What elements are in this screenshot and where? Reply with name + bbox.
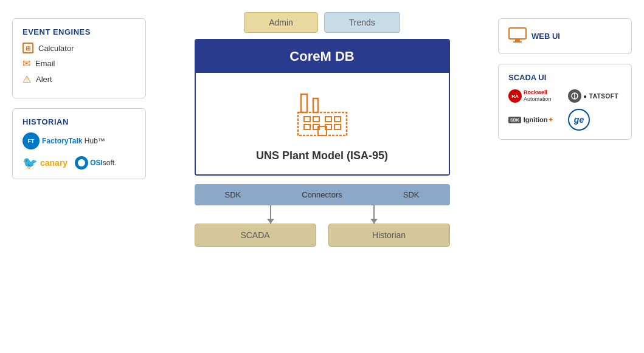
scada-logos-grid: RA Rockwell Automation ● TATSOFT	[508, 89, 621, 131]
web-ui-title: WEB UI	[508, 27, 621, 45]
monitor-icon	[508, 27, 527, 45]
rockwell-icon: RA	[508, 89, 522, 103]
canary-logo: 🐦 canary	[23, 156, 68, 170]
admin-tab[interactable]: Admin	[244, 12, 318, 33]
web-ui-box: WEB UI	[498, 18, 632, 54]
osisoft-text: OSIsoft.	[90, 159, 116, 167]
ignition-logo: SDK Ignition✦	[508, 116, 562, 124]
conn-sdk-left: SDK	[225, 190, 241, 199]
rockwell-logo: RA Rockwell Automation	[508, 89, 562, 103]
top-tabs: Admin Trends	[244, 12, 400, 33]
monitor-svg	[508, 27, 527, 43]
svg-rect-0	[301, 94, 307, 112]
alert-item: ⚠ Alert	[23, 74, 136, 85]
email-item: ✉ Email	[23, 58, 136, 69]
coremdb-header: CoreM DB	[196, 40, 449, 73]
calculator-item: ⊞ Calculator	[23, 43, 136, 53]
calculator-label: Calculator	[38, 44, 74, 53]
scada-ui-box: SCADA UI RA Rockwell Automation	[498, 64, 632, 140]
tatsoft-icon	[568, 89, 581, 103]
alert-icon: ⚠	[23, 74, 31, 85]
coremdb-body: UNS Plant Model (ISA-95)	[196, 73, 449, 174]
ignition-text: Ignition✦	[524, 116, 553, 124]
sdk-badge: SDK	[508, 117, 521, 123]
arrow-left-container	[270, 205, 271, 224]
alert-label: Alert	[36, 75, 52, 84]
factorytalk-logo: FT FactoryTalk Hub™	[23, 132, 105, 149]
right-panel: WEB UI SCADA UI RA Rockwell Automation	[498, 18, 632, 140]
tatsoft-text: ● TATSOFT	[583, 93, 618, 100]
conn-connectors: Connectors	[302, 190, 342, 199]
scada-box: SCADA	[195, 224, 316, 247]
svg-rect-13	[515, 39, 520, 41]
arrow-right-down	[373, 205, 375, 224]
tatsoft-logo: ● TATSOFT	[568, 89, 621, 103]
connectors-box: SDK Connectors SDK	[195, 184, 450, 205]
historian-title: HISTORIAN	[23, 117, 136, 126]
svg-rect-12	[509, 28, 526, 39]
ge-logo: ge	[568, 109, 590, 131]
arrow-right-container	[373, 205, 375, 224]
coremdb-box: CoreM DB	[195, 39, 450, 176]
rockwell-text: Rockwell Automation	[524, 89, 552, 103]
conn-sdk-right: SDK	[403, 190, 420, 199]
left-panel: EVENT ENGINES ⊞ Calculator ✉ Email ⚠ Ale…	[12, 18, 146, 179]
web-ui-label: WEB UI	[531, 32, 560, 41]
email-icon: ✉	[23, 58, 30, 69]
svg-rect-6	[334, 117, 341, 122]
ft-text: FactoryTalk Hub™	[42, 137, 105, 145]
scada-ui-title: SCADA UI	[508, 73, 621, 82]
event-engines-title: EVENT ENGINES	[23, 27, 136, 36]
factory-icon	[295, 91, 350, 140]
svg-rect-14	[513, 41, 522, 43]
svg-rect-4	[313, 117, 319, 122]
svg-rect-10	[334, 125, 341, 129]
trends-tab[interactable]: Trends	[324, 12, 400, 33]
calculator-icon: ⊞	[23, 43, 33, 53]
svg-rect-1	[313, 98, 318, 112]
svg-rect-5	[325, 117, 331, 122]
arrow-left-down	[270, 205, 271, 224]
canary-text: canary	[40, 158, 68, 168]
center-panel: Admin Trends CoreM DB	[152, 12, 492, 247]
arrows-row	[195, 205, 450, 224]
osisoft-icon	[75, 156, 88, 170]
email-label: Email	[35, 59, 55, 68]
ft-icon: FT	[23, 132, 40, 149]
bottom-boxes: SCADA Historian	[195, 224, 450, 247]
historian-box: HISTORIAN FT FactoryTalk Hub™ 🐦 canary	[12, 108, 146, 179]
historian-logos: FT FactoryTalk Hub™ 🐦 canary	[23, 132, 136, 170]
historian-box-bottom: Historian	[328, 224, 450, 247]
ft-logo-row: FT FactoryTalk Hub™	[23, 132, 136, 149]
svg-rect-7	[304, 125, 310, 129]
event-engines-box: EVENT ENGINES ⊞ Calculator ✉ Email ⚠ Ale…	[12, 18, 146, 98]
canary-bird-icon: 🐦	[23, 156, 38, 170]
tatsoft-svg	[570, 92, 579, 100]
main-container: EVENT ENGINES ⊞ Calculator ✉ Email ⚠ Ale…	[0, 0, 644, 353]
canary-osi-row: 🐦 canary OSIsoft.	[23, 156, 136, 170]
osisoft-inner	[78, 159, 85, 166]
connectors-area: SDK Connectors SDK SCADA Historian	[195, 184, 450, 247]
uns-label: UNS Plant Model (ISA-95)	[256, 149, 388, 162]
svg-rect-3	[304, 117, 310, 122]
osisoft-logo: OSIsoft.	[75, 156, 116, 170]
